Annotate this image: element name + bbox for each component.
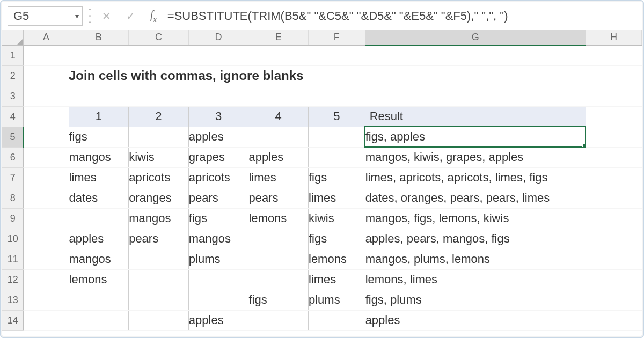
- cell[interactable]: [586, 229, 641, 249]
- name-box-dropdown-icon[interactable]: ▾: [75, 7, 79, 25]
- data-cell[interactable]: apples: [69, 229, 129, 249]
- result-cell[interactable]: lemons, limes: [365, 269, 586, 290]
- cell[interactable]: [586, 188, 641, 208]
- cell[interactable]: [309, 86, 365, 106]
- col-header-F[interactable]: F: [309, 30, 365, 45]
- row-header-2[interactable]: 2: [2, 65, 24, 86]
- cell[interactable]: [24, 310, 69, 330]
- row-header-1[interactable]: 1: [2, 45, 24, 65]
- cell[interactable]: [586, 269, 641, 290]
- cell[interactable]: [24, 106, 69, 127]
- data-cell[interactable]: [188, 269, 248, 290]
- data-cell[interactable]: plums: [309, 290, 365, 310]
- cell[interactable]: [586, 249, 641, 269]
- cell[interactable]: [586, 65, 641, 86]
- cell[interactable]: [24, 290, 69, 310]
- col-header-D[interactable]: D: [188, 30, 248, 45]
- data-cell[interactable]: [129, 310, 189, 330]
- data-cell[interactable]: [309, 310, 365, 330]
- spreadsheet-grid[interactable]: A B C D E F G H 1: [2, 30, 642, 331]
- data-cell[interactable]: limes: [309, 188, 365, 208]
- data-cell[interactable]: [69, 310, 129, 330]
- name-box[interactable]: G5 ▾: [8, 6, 83, 26]
- cell[interactable]: [248, 86, 309, 106]
- data-cell[interactable]: [129, 269, 189, 290]
- cell[interactable]: [24, 86, 69, 106]
- cell[interactable]: [586, 208, 641, 229]
- cell[interactable]: [24, 147, 69, 167]
- enter-icon[interactable]: ✓: [126, 10, 135, 23]
- result-cell[interactable]: figs, plums: [365, 290, 586, 310]
- data-cell[interactable]: figs: [309, 167, 365, 188]
- data-cell[interactable]: limes: [309, 269, 365, 290]
- row-header-6[interactable]: 6: [2, 147, 24, 167]
- cell[interactable]: [69, 45, 129, 65]
- col-header-H[interactable]: H: [586, 30, 641, 45]
- data-cell[interactable]: pears: [248, 188, 309, 208]
- result-cell[interactable]: mangos, figs, lemons, kiwis: [365, 208, 586, 229]
- formula-bar-grip[interactable]: [86, 6, 93, 26]
- cell[interactable]: [586, 86, 641, 106]
- data-cell[interactable]: mangos: [188, 229, 248, 249]
- data-cell[interactable]: lemons: [309, 249, 365, 269]
- result-cell[interactable]: mangos, plums, lemons: [365, 249, 586, 269]
- row-header-14[interactable]: 14: [2, 310, 24, 330]
- data-cell[interactable]: [69, 290, 129, 310]
- cell[interactable]: [24, 208, 69, 229]
- row-header-12[interactable]: 12: [2, 269, 24, 290]
- table-header[interactable]: 5: [309, 106, 365, 127]
- cell[interactable]: [24, 167, 69, 188]
- data-cell[interactable]: figs: [248, 290, 309, 310]
- result-cell[interactable]: mangos, kiwis, grapes, apples: [365, 147, 586, 167]
- data-cell[interactable]: [309, 127, 365, 147]
- data-cell[interactable]: plums: [188, 249, 248, 269]
- data-cell[interactable]: [248, 310, 309, 330]
- data-cell[interactable]: pears: [129, 229, 189, 249]
- data-cell[interactable]: [188, 290, 248, 310]
- row-header-4[interactable]: 4: [2, 106, 24, 127]
- cell[interactable]: [365, 86, 586, 106]
- cell[interactable]: [188, 86, 248, 106]
- data-cell[interactable]: limes: [69, 167, 129, 188]
- result-cell[interactable]: apples, pears, mangos, figs: [365, 229, 586, 249]
- data-cell[interactable]: grapes: [188, 147, 248, 167]
- data-cell[interactable]: [248, 127, 309, 147]
- select-all-corner[interactable]: [2, 30, 24, 45]
- cell[interactable]: [586, 147, 641, 167]
- data-cell[interactable]: limes: [248, 167, 309, 188]
- cell[interactable]: [586, 310, 641, 330]
- cell[interactable]: [24, 249, 69, 269]
- cell[interactable]: [24, 229, 69, 249]
- data-cell[interactable]: apples: [248, 147, 309, 167]
- cell[interactable]: [309, 45, 365, 65]
- cell[interactable]: [24, 45, 69, 65]
- table-header[interactable]: 1: [69, 106, 129, 127]
- insert-function-icon[interactable]: fx: [150, 9, 157, 23]
- col-header-A[interactable]: A: [24, 30, 69, 45]
- row-header-3[interactable]: 3: [2, 86, 24, 106]
- cell[interactable]: [69, 86, 129, 106]
- data-cell[interactable]: mangos: [69, 147, 129, 167]
- row-header-7[interactable]: 7: [2, 167, 24, 188]
- data-cell[interactable]: apricots: [129, 167, 189, 188]
- cell[interactable]: [586, 45, 641, 65]
- cell[interactable]: [24, 188, 69, 208]
- cell[interactable]: [365, 45, 586, 65]
- cell[interactable]: [586, 127, 641, 147]
- cell[interactable]: [24, 127, 69, 147]
- table-header[interactable]: 4: [248, 106, 309, 127]
- data-cell[interactable]: dates: [69, 188, 129, 208]
- data-cell[interactable]: kiwis: [309, 208, 365, 229]
- col-header-E[interactable]: E: [248, 30, 309, 45]
- data-cell[interactable]: apples: [188, 310, 248, 330]
- data-cell[interactable]: figs: [188, 208, 248, 229]
- cell[interactable]: [586, 106, 641, 127]
- data-cell[interactable]: [69, 208, 129, 229]
- row-header-13[interactable]: 13: [2, 290, 24, 310]
- cell[interactable]: [188, 45, 248, 65]
- data-cell[interactable]: pears: [188, 188, 248, 208]
- data-cell[interactable]: [248, 269, 309, 290]
- cell[interactable]: [586, 290, 641, 310]
- col-header-G[interactable]: G: [365, 30, 586, 45]
- row-header-9[interactable]: 9: [2, 208, 24, 229]
